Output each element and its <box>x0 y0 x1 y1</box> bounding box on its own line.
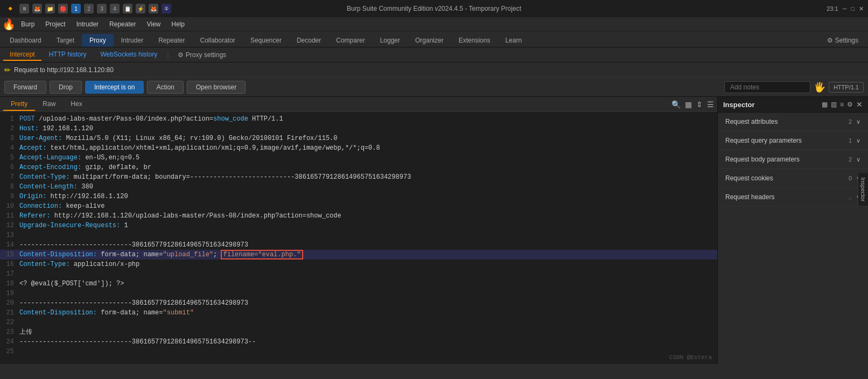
tab-organizer[interactable]: Organizer <box>408 34 451 47</box>
align-icon[interactable]: ≡ <box>840 101 844 108</box>
line-21: 21 Content-Disposition: form-data; name=… <box>0 308 717 318</box>
inspector-headers[interactable]: Request headers .. ∨ <box>718 188 868 207</box>
tab-learn[interactable]: Learn <box>498 34 529 47</box>
tab-extensions[interactable]: Extensions <box>451 34 498 47</box>
tab-repeater[interactable]: Repeater <box>151 34 192 47</box>
subtab-websockets-history[interactable]: WebSockets history <box>94 49 164 61</box>
line-12: 12 Upgrade-Insecure-Requests: 1 <box>0 221 717 230</box>
menu-help[interactable]: Help <box>166 19 190 29</box>
line-1: 1 POST /upload-labs-master/Pass-08/index… <box>0 114 717 124</box>
sub-tabbar: Intercept HTTP history WebSockets histor… <box>0 47 868 62</box>
tab-logger[interactable]: Logger <box>373 34 408 47</box>
http-version-badge: HTTP/1.1 <box>829 82 864 93</box>
inspector-cookies[interactable]: Request cookies 0 ∨ <box>718 169 868 188</box>
inspector-icons: ▦ ▥ ≡ ⚙ ✕ <box>822 100 863 109</box>
proxy-settings-btn[interactable]: ⚙ Proxy settings <box>172 50 232 60</box>
inspector-request-attributes[interactable]: Request attributes 2 ∨ <box>718 113 868 131</box>
taskbar-btn-7[interactable]: 3 <box>97 4 107 13</box>
subtab-intercept[interactable]: Intercept <box>3 49 41 61</box>
taskbar-btn-8[interactable]: 4 <box>110 4 120 13</box>
titlebar-left: 🔸 🖥 🦊 📁 🔴 1 2 3 4 📋 ⚡ 🦊 ② <box>4 3 171 15</box>
tab-collaborator[interactable]: Collaborator <box>193 34 243 47</box>
open-browser-button[interactable]: Open browser <box>187 81 246 94</box>
menu-burp[interactable]: Burp <box>16 19 40 29</box>
menu-repeater[interactable]: Repeater <box>104 19 141 29</box>
taskbar-btn-6[interactable]: 2 <box>84 4 94 13</box>
format-icon[interactable]: ⇕ <box>696 100 703 109</box>
line-16: 16 Content-Type: application/x-php <box>0 259 717 269</box>
side-tab-inspector[interactable]: Inspector <box>858 173 868 206</box>
taskbar-btn-3[interactable]: 📁 <box>45 4 55 13</box>
taskbar-btn-10[interactable]: ⚡ <box>136 4 145 13</box>
line-25: 25 <box>0 347 717 356</box>
menu-project[interactable]: Project <box>40 19 71 29</box>
intercept-on-button[interactable]: Intercept is on <box>85 81 144 94</box>
menu-view[interactable]: View <box>141 19 166 29</box>
taskbar-btn-11[interactable]: 🦊 <box>149 4 158 13</box>
columns-icon[interactable]: ▥ <box>831 101 837 108</box>
line-19: 19 <box>0 289 717 298</box>
action-button[interactable]: Action <box>147 81 183 94</box>
toolbar: Forward Drop Intercept is on Action Open… <box>0 78 868 97</box>
request-headers-label: Request headers <box>725 193 774 201</box>
proxy-settings-label: Proxy settings <box>186 51 226 59</box>
line-11: 11 Referer: http://192.168.1.120/upload-… <box>0 211 717 221</box>
chevron-down-icon: ∨ <box>856 118 860 125</box>
menu-intruder[interactable]: Intruder <box>71 19 104 29</box>
editor-content: 1 POST /upload-labs-master/Pass-08/index… <box>0 112 717 359</box>
line-23: 23 上传 <box>0 327 717 337</box>
taskbar-btn-1[interactable]: 🖥 <box>19 4 29 13</box>
line-2: 2 Host: 192.168.1.120 <box>0 124 717 134</box>
tab-settings[interactable]: ⚙ Settings <box>820 34 866 47</box>
subtab-http-history[interactable]: HTTP history <box>43 49 93 61</box>
maximize-icon[interactable]: □ <box>851 5 855 12</box>
inspector-query-params[interactable]: Request query parameters 1 ∨ <box>718 131 868 150</box>
gear-icon: ⚙ <box>178 51 184 59</box>
close-icon[interactable]: ✕ <box>859 5 864 12</box>
settings-icon[interactable]: ⚙ <box>847 101 853 108</box>
minimize-icon[interactable]: ─ <box>843 5 847 12</box>
lock-icon: ✏ <box>4 66 11 74</box>
color-picker-icon[interactable]: 🖐 <box>814 81 825 93</box>
tab-proxy[interactable]: Proxy <box>82 34 114 47</box>
grid-icon[interactable]: ▦ <box>822 101 828 108</box>
code-editor[interactable]: 1 POST /upload-labs-master/Pass-08/index… <box>0 112 717 364</box>
editor-tab-raw[interactable]: Raw <box>35 98 63 111</box>
editor-tab-pretty[interactable]: Pretty <box>3 98 35 111</box>
inspector-body-params[interactable]: Request body parameters 2 ∨ <box>718 150 868 169</box>
tab-target[interactable]: Target <box>49 34 82 47</box>
layout-icon[interactable]: ▦ <box>685 100 692 109</box>
app-logo: 🔸 <box>4 3 16 15</box>
taskbar-btn-9[interactable]: 📋 <box>123 4 132 13</box>
tab-decoder[interactable]: Decoder <box>289 34 328 47</box>
line-20: 20 -----------------------------38616577… <box>0 298 717 308</box>
editor-tab-icons: 🔍 ▦ ⇕ ☰ <box>671 100 714 109</box>
main-area: Pretty Raw Hex 🔍 ▦ ⇕ ☰ 1 POST /upload-la… <box>0 97 868 364</box>
search-icon[interactable]: 🔍 <box>671 100 681 109</box>
tab-intruder[interactable]: Intruder <box>114 34 151 47</box>
forward-button[interactable]: Forward <box>4 81 46 94</box>
drop-button[interactable]: Drop <box>50 81 82 94</box>
line-13: 13 <box>0 230 717 240</box>
request-bar: ✏ Request to http://192.168.1.120:80 <box>0 62 868 78</box>
line-4: 4 Accept: text/html,application/xhtml+xm… <box>0 143 717 153</box>
tab-comparer[interactable]: Comparer <box>328 34 372 47</box>
tab-dashboard[interactable]: Dashboard <box>2 34 49 47</box>
line-24: 24 -----------------------------38616577… <box>0 337 717 347</box>
chevron-down-icon-3: ∨ <box>856 156 860 163</box>
add-notes-input[interactable] <box>724 81 810 93</box>
main-tabbar: Dashboard Target Proxy Intruder Repeater… <box>0 31 868 47</box>
editor-tabs-left: Pretty Raw Hex <box>3 98 90 111</box>
watermark: CSDN @Estera <box>669 354 712 361</box>
line-7: 7 Content-Type: multipart/form-data; bou… <box>0 172 717 182</box>
taskbar-btn-2[interactable]: 🦊 <box>32 4 42 13</box>
close-inspector-icon[interactable]: ✕ <box>856 100 863 109</box>
line-3: 3 User-Agent: Mozilla/5.0 (X11; Linux x8… <box>0 134 717 143</box>
titlebar: 🔸 🖥 🦊 📁 🔴 1 2 3 4 📋 ⚡ 🦊 ② Burp Suite Com… <box>0 0 868 17</box>
taskbar-btn-5[interactable]: 1 <box>71 4 81 13</box>
taskbar-btn-12[interactable]: ② <box>162 4 171 13</box>
taskbar-btn-4[interactable]: 🔴 <box>58 4 68 13</box>
tab-sequencer[interactable]: Sequencer <box>243 34 289 47</box>
editor-tab-hex[interactable]: Hex <box>63 98 89 111</box>
menu-icon[interactable]: ☰ <box>707 100 714 109</box>
